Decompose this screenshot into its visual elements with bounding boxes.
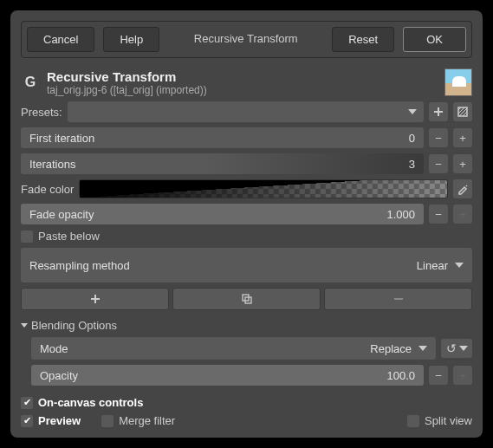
paste-below-check[interactable] <box>21 230 33 243</box>
reset-button[interactable]: Reset <box>332 27 394 52</box>
blending-header[interactable]: Blending Options <box>21 319 472 332</box>
fade-color-well[interactable] <box>79 179 448 198</box>
merge-label: Merge filter <box>119 414 175 427</box>
first-iteration-label: First iteration <box>29 132 94 145</box>
dialog-title-label: Recursive Transform <box>168 27 323 52</box>
drawable-subtitle: taj_orig.jpg-6 ([taj_orig] (imported)) <box>47 84 207 96</box>
transform-duplicate-button[interactable] <box>172 288 321 310</box>
preset-add-button[interactable] <box>429 102 448 121</box>
chevron-down-icon <box>455 263 464 268</box>
header: G Recursive Transform taj_orig.jpg-6 ([t… <box>21 68 472 96</box>
preview-thumbnail[interactable] <box>444 68 472 96</box>
fade-opacity-spin[interactable]: Fade opacity 1.000 <box>21 204 424 224</box>
transform-buttons <box>21 288 472 310</box>
iterations-plus[interactable]: + <box>453 154 472 173</box>
ok-button[interactable]: OK <box>403 27 466 52</box>
preset-manage-button[interactable] <box>453 102 472 121</box>
presets-combo[interactable] <box>68 101 424 122</box>
transform-add-button[interactable] <box>21 288 169 310</box>
cancel-button[interactable]: Cancel <box>27 27 94 52</box>
reset-icon: ↺ <box>446 341 457 355</box>
fade-color-label: Fade color <box>21 183 74 196</box>
transform-remove-button[interactable] <box>324 288 472 310</box>
first-iteration-value: 0 <box>409 132 415 145</box>
fade-opacity-plus: + <box>453 205 472 224</box>
opacity-minus[interactable]: − <box>429 366 448 385</box>
opacity-plus: + <box>453 366 472 385</box>
presets-row: Presets: <box>21 101 472 122</box>
action-bar: Cancel Help Recursive Transform Reset OK <box>21 21 472 58</box>
iterations-spin[interactable]: Iterations 3 <box>21 153 424 174</box>
help-button[interactable]: Help <box>103 27 159 52</box>
opacity-value: 100.0 <box>386 369 415 382</box>
oncanvas-check[interactable] <box>21 397 33 409</box>
fade-color-picker[interactable] <box>453 179 472 198</box>
split-label: Split view <box>425 414 472 427</box>
resampling-value: Linear <box>417 259 448 272</box>
mode-value: Replace <box>370 342 412 355</box>
opacity-spin[interactable]: Opacity 100.0 <box>31 365 424 386</box>
expander-icon <box>21 323 28 328</box>
merge-check[interactable] <box>101 415 114 427</box>
iterations-minus[interactable]: − <box>429 154 448 173</box>
iterations-label: Iterations <box>29 158 75 171</box>
gegl-icon: G <box>21 73 40 92</box>
split-check[interactable] <box>407 415 419 427</box>
chevron-down-icon <box>418 346 427 351</box>
fade-opacity-value: 1.000 <box>386 208 415 221</box>
dialog: Cancel Help Recursive Transform Reset OK… <box>10 10 483 438</box>
paste-below-label: Paste below <box>38 230 100 243</box>
first-iteration-plus[interactable]: + <box>453 128 472 147</box>
chevron-down-icon <box>408 109 417 114</box>
chevron-down-icon <box>459 346 468 351</box>
first-iteration-spin[interactable]: First iteration 0 <box>21 127 424 148</box>
iterations-value: 3 <box>409 158 415 171</box>
presets-label: Presets: <box>21 106 62 119</box>
preview-label: Preview <box>38 414 81 427</box>
first-iteration-minus[interactable]: − <box>429 128 448 147</box>
fade-opacity-minus[interactable]: − <box>429 205 448 224</box>
mode-reset-button[interactable]: ↺ <box>441 339 472 358</box>
resampling-combo[interactable]: Resampling method Linear <box>21 248 472 282</box>
filter-title: Recursive Transform <box>47 69 207 84</box>
opacity-label: Opacity <box>40 369 78 382</box>
blending-label: Blending Options <box>31 319 117 332</box>
preview-check[interactable] <box>21 415 33 427</box>
mode-label: Mode <box>40 342 68 355</box>
mode-combo[interactable]: Mode Replace <box>31 337 436 360</box>
fade-opacity-label: Fade opacity <box>29 208 94 221</box>
resampling-label: Resampling method <box>29 259 130 272</box>
oncanvas-label: On-canvas controls <box>38 396 143 409</box>
